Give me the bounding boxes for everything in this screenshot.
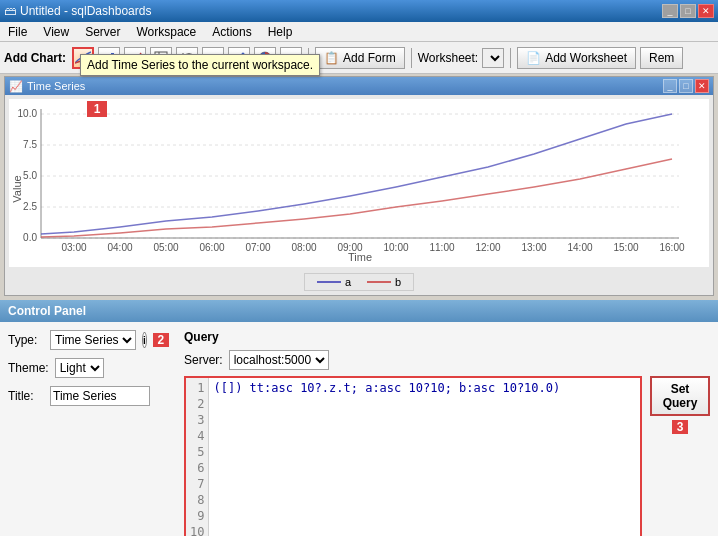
svg-text:2.5: 2.5 xyxy=(23,201,37,212)
close-button[interactable]: ✕ xyxy=(698,4,714,18)
svg-text:14:00: 14:00 xyxy=(567,242,592,253)
maximize-button[interactable]: □ xyxy=(680,4,696,18)
type-select[interactable]: Time Series Bar Line xyxy=(50,330,136,350)
query-header: Query xyxy=(184,330,219,344)
add-worksheet-label: Add Worksheet xyxy=(545,51,627,65)
server-row: Server: localhost:5000 xyxy=(184,350,710,370)
type-label: Type: xyxy=(8,333,44,347)
svg-text:Time: Time xyxy=(348,251,372,263)
legend-line-a xyxy=(317,281,341,283)
set-query-area: SetQuery 3 xyxy=(650,376,710,536)
svg-text:05:00: 05:00 xyxy=(153,242,178,253)
query-line-numbers: 1234567891011 xyxy=(186,378,209,536)
menu-view[interactable]: View xyxy=(39,23,73,41)
add-form-icon: 📋 xyxy=(324,51,339,65)
svg-text:04:00: 04:00 xyxy=(107,242,132,253)
svg-text:Value: Value xyxy=(11,175,23,202)
chart-maximize-button[interactable]: □ xyxy=(679,79,693,93)
query-line-container: 1234567891011 ([]) tt:asc 10?.z.t; a:asc… xyxy=(186,378,640,536)
svg-text:08:00: 08:00 xyxy=(291,242,316,253)
menu-workspace[interactable]: Workspace xyxy=(132,23,200,41)
set-query-label: SetQuery xyxy=(663,382,698,410)
toolbar-separator-2 xyxy=(411,48,412,68)
svg-text:03:00: 03:00 xyxy=(61,242,86,253)
control-panel-body: Type: Time Series Bar Line i 2 Theme: Li… xyxy=(0,322,718,536)
menu-bar: File View Server Workspace Actions Help xyxy=(0,22,718,42)
menu-help[interactable]: Help xyxy=(264,23,297,41)
chart-container: 📈 Time Series _ □ ✕ Value 10.0 7.5 5.0 2… xyxy=(4,76,714,296)
control-panel-title: Control Panel xyxy=(8,304,86,318)
title-bar: 🗃 Untitled - sqlDashboards _ □ ✕ xyxy=(0,0,718,22)
svg-text:10.0: 10.0 xyxy=(18,108,38,119)
title-input[interactable] xyxy=(50,386,150,406)
tooltip-text: Add Time Series to the current workspace… xyxy=(87,58,313,72)
legend-item-b: b xyxy=(367,276,401,288)
svg-text:07:00: 07:00 xyxy=(245,242,270,253)
title-label: Title: xyxy=(8,389,44,403)
svg-text:12:00: 12:00 xyxy=(475,242,500,253)
chart-icon: 📈 xyxy=(9,80,23,93)
worksheet-label: Worksheet: xyxy=(418,51,478,65)
window-title: Untitled - sqlDashboards xyxy=(20,4,151,18)
add-worksheet-button[interactable]: 📄 Add Worksheet xyxy=(517,47,636,69)
server-label: Server: xyxy=(184,353,223,367)
svg-text:7.5: 7.5 xyxy=(23,139,37,150)
theme-label: Theme: xyxy=(8,361,49,375)
query-editor[interactable]: 1234567891011 ([]) tt:asc 10?.z.t; a:asc… xyxy=(184,376,642,536)
query-header-row: Query xyxy=(184,330,710,344)
add-worksheet-icon: 📄 xyxy=(526,51,541,65)
svg-text:11:00: 11:00 xyxy=(429,242,454,253)
chart-title-controls: _ □ ✕ xyxy=(663,79,709,93)
theme-row: Theme: Light Dark xyxy=(8,358,168,378)
chart-title-left: 📈 Time Series xyxy=(9,80,85,93)
control-panel-header: Control Panel xyxy=(0,300,718,322)
legend-label-b: b xyxy=(395,276,401,288)
bottom-panel: Control Panel Type: Time Series Bar Line… xyxy=(0,300,718,536)
legend-label-a: a xyxy=(345,276,351,288)
chart-minimize-button[interactable]: _ xyxy=(663,79,677,93)
svg-text:16:00: 16:00 xyxy=(659,242,684,253)
title-bar-controls: _ □ ✕ xyxy=(662,4,714,18)
app-icon: 🗃 xyxy=(4,4,16,18)
toolbar-separator-3 xyxy=(510,48,511,68)
menu-server[interactable]: Server xyxy=(81,23,124,41)
server-select[interactable]: localhost:5000 xyxy=(229,350,329,370)
chart-svg-area: Value 10.0 7.5 5.0 2.5 0.0 03:00 04:00 0… xyxy=(9,99,709,267)
query-text-line1: ([]) tt:asc 10?.z.t; a:asc 10?10; b:asc … xyxy=(213,381,560,395)
svg-text:5.0: 5.0 xyxy=(23,170,37,181)
title-bar-left: 🗃 Untitled - sqlDashboards xyxy=(4,4,151,18)
cp-left: Type: Time Series Bar Line i 2 Theme: Li… xyxy=(8,330,168,536)
cp-badge: 2 xyxy=(153,333,169,347)
svg-text:13:00: 13:00 xyxy=(521,242,546,253)
menu-file[interactable]: File xyxy=(4,23,31,41)
legend-line-b xyxy=(367,281,391,283)
add-form-label: Add Form xyxy=(343,51,396,65)
legend-item-a: a xyxy=(317,276,351,288)
add-form-button[interactable]: 📋 Add Form xyxy=(315,47,405,69)
set-query-badge: 3 xyxy=(672,420,688,434)
chart-title: Time Series xyxy=(27,80,85,92)
chart-title-bar: 📈 Time Series _ □ ✕ xyxy=(5,77,713,95)
chart-close-button[interactable]: ✕ xyxy=(695,79,709,93)
set-query-button[interactable]: SetQuery xyxy=(650,376,710,416)
worksheet-select[interactable] xyxy=(482,48,504,68)
add-chart-label: Add Chart: xyxy=(4,51,66,65)
chart-svg: Value 10.0 7.5 5.0 2.5 0.0 03:00 04:00 0… xyxy=(9,99,689,264)
query-content[interactable]: ([]) tt:asc 10?.z.t; a:asc 10?10; b:asc … xyxy=(209,378,640,536)
query-and-btn: 1234567891011 ([]) tt:asc 10?.z.t; a:asc… xyxy=(184,376,710,536)
svg-text:06:00: 06:00 xyxy=(199,242,224,253)
chart-legend: a b xyxy=(5,271,713,295)
title-row: Title: xyxy=(8,386,168,406)
svg-text:10:00: 10:00 xyxy=(383,242,408,253)
theme-select[interactable]: Light Dark xyxy=(55,358,104,378)
svg-text:0.0: 0.0 xyxy=(23,232,37,243)
svg-text:15:00: 15:00 xyxy=(613,242,638,253)
svg-text:1: 1 xyxy=(94,102,101,116)
cp-right: Query Server: localhost:5000 12345678910… xyxy=(184,330,710,536)
type-row: Type: Time Series Bar Line i 2 xyxy=(8,330,168,350)
menu-actions[interactable]: Actions xyxy=(208,23,255,41)
info-button[interactable]: i xyxy=(142,332,147,348)
remove-button[interactable]: Rem xyxy=(640,47,683,69)
remove-label: Rem xyxy=(649,51,674,65)
minimize-button[interactable]: _ xyxy=(662,4,678,18)
